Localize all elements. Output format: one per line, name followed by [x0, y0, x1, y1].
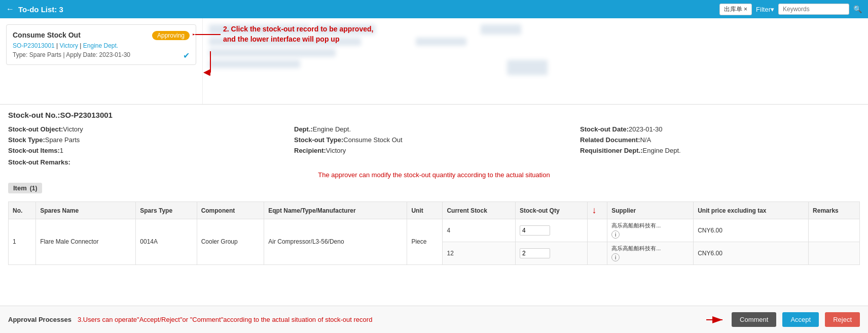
detail-title: Stock-out No.:SO-P23013001: [8, 111, 860, 119]
dept-link[interactable]: Engine Dept.: [83, 42, 118, 49]
arrow-right-svg: [705, 315, 726, 325]
cell-qty1[interactable]: [515, 219, 587, 242]
cell-no: 1: [9, 219, 36, 265]
main-content: Consume Stock Out Approving SO-P23013001…: [0, 18, 868, 333]
cell-component: Cooler Group: [197, 219, 264, 265]
cell-supplier2: 高乐高船舶科技有... i: [607, 242, 694, 264]
page-title: To-do List: 3: [18, 5, 63, 14]
top-section: Consume Stock Out Approving SO-P23013001…: [0, 18, 868, 105]
col-supplier: Supplier: [607, 202, 694, 219]
cell-stock1: 4: [443, 219, 516, 242]
search-icon[interactable]: 🔍: [853, 5, 862, 13]
instruction-text: 3.Users can operate"Accept/Reject"or "Co…: [78, 316, 699, 323]
col-stock-out-qty: Stock-out Qty: [515, 202, 587, 219]
stock-out-card[interactable]: Consume Stock Out Approving SO-P23013001…: [6, 24, 196, 65]
item-tab-label: Item: [13, 184, 27, 192]
top-bar: ← To-do List: 3 出库单 × Filter▾ 🔍: [0, 0, 868, 18]
info-stock-out-object: Stock-out Object:Victory: [8, 125, 288, 133]
cell-qty2[interactable]: [515, 242, 587, 264]
card-badge: Approving: [152, 31, 190, 40]
stock-out-no-label: Stock-out No.:: [8, 111, 60, 119]
qty-input-2[interactable]: [520, 248, 550, 258]
apply-label: Apply Date:: [66, 51, 97, 58]
apply-value: 2023-01-30: [99, 51, 130, 58]
cell-supplier1: 高乐高船舶科技有... i: [607, 219, 694, 242]
col-current-stock: Current Stock: [443, 202, 516, 219]
remarks-label: Stock-out Remarks:: [8, 158, 70, 166]
comment-button[interactable]: Comment: [732, 312, 776, 327]
search-input[interactable]: [778, 4, 849, 15]
reject-button[interactable]: Reject: [825, 312, 860, 327]
col-component: Component: [197, 202, 264, 219]
top-bar-right: 出库单 × Filter▾ 🔍: [719, 4, 862, 15]
info-related-doc: Related Document:N/A: [580, 136, 860, 144]
col-arrow: ↓: [588, 202, 607, 219]
note-text: The approver can modify the stock-out qu…: [8, 171, 860, 179]
processes-label: Approval Processes: [8, 316, 71, 323]
item-tab-count: (1): [30, 185, 38, 192]
info-dept: Dept.:Engine Dept.: [294, 125, 574, 133]
info-stock-type: Stock Type:Spare Parts: [8, 136, 288, 144]
col-spares-name: Spares Name: [36, 202, 136, 219]
info-recipient: Recipient:Victory: [294, 147, 574, 154]
col-unit: Unit: [407, 202, 443, 219]
cell-spars-type: 0014A: [136, 219, 197, 265]
bottom-bar: Approval Processes 3.Users can operate"A…: [0, 306, 868, 333]
cell-unit: Piece: [407, 219, 443, 265]
info-req-dept: Requisitioner Dept.:Engine Dept.: [580, 147, 860, 154]
col-unit-price: Unit price excluding tax: [694, 202, 809, 219]
info-stock-out-date: Stock-out Date:2023-01-30: [580, 125, 860, 133]
cell-eqpt: Air Compressor/L3-56/Deno: [264, 219, 407, 265]
stock-out-no-value: SO-P23013001: [60, 111, 113, 119]
info-stock-out-items: Stock-out Items:1: [8, 147, 288, 154]
cell-price2: CNY6.00: [694, 242, 809, 264]
so-number-link[interactable]: SO-P23013001: [13, 42, 55, 49]
remarks-row: Stock-out Remarks:: [8, 158, 860, 166]
qty-input-1[interactable]: [520, 225, 550, 236]
col-remarks: Remarks: [809, 202, 860, 219]
vessel-link[interactable]: Victory: [60, 42, 78, 49]
type-value: Spare Parts: [29, 51, 61, 58]
card-meta: Type: Spare Parts | Apply Date: 2023-01-…: [13, 51, 190, 58]
col-no: No.: [9, 202, 36, 219]
qty-arrow-icon: ↓: [592, 205, 596, 215]
col-eqpt: Eqpt Name/Type/Manufacturer: [264, 202, 407, 219]
left-panel: Consume Stock Out Approving SO-P23013001…: [0, 18, 203, 104]
cell-price1: CNY6.00: [694, 219, 809, 242]
col-spars-type: Spars Type: [136, 202, 197, 219]
blurred-right-area: [203, 18, 868, 104]
back-arrow-icon[interactable]: ←: [6, 5, 14, 14]
check-icon: ✔: [183, 51, 190, 60]
info-stock-out-type: Stock-out Type:Consume Stock Out: [294, 136, 574, 144]
cell-spares-name: Flare Male Connector: [36, 219, 136, 265]
detail-section: Stock-out No.:SO-P23013001 Stock-out Obj…: [0, 105, 868, 306]
table-row: 1 Flare Male Connector 0014A Cooler Grou…: [9, 219, 860, 242]
cell-stock2: 12: [443, 242, 516, 264]
tag-button[interactable]: 出库单 ×: [719, 4, 752, 15]
info-grid: Stock-out Object:Victory Dept.:Engine De…: [8, 125, 860, 154]
items-table: No. Spares Name Spars Type Component Eqp…: [8, 202, 860, 265]
accept-button[interactable]: Accept: [782, 312, 819, 327]
item-tab[interactable]: Item (1): [8, 183, 42, 193]
type-label: Type:: [13, 51, 27, 58]
filter-button[interactable]: Filter▾: [756, 6, 774, 13]
